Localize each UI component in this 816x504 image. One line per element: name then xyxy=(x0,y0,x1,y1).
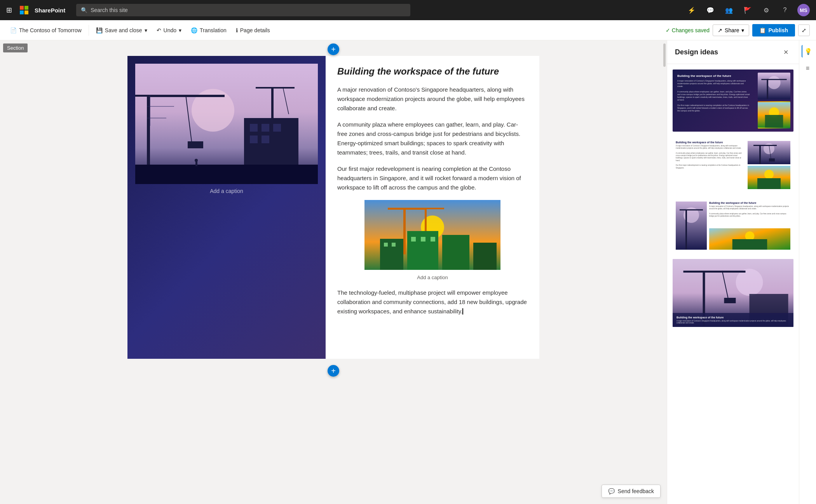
dc4-body: A major renovation of Contoso's Singapor… xyxy=(677,320,790,324)
svg-rect-0 xyxy=(20,6,24,10)
svg-rect-2 xyxy=(20,10,24,14)
dc3-right: Building the workspace of the future A m… xyxy=(709,202,790,250)
nav-icon-question[interactable]: ? xyxy=(779,4,791,16)
canvas-area: Section + ✥ ⧉ 🗑 xyxy=(0,40,667,504)
search-icon: 🔍 xyxy=(81,7,87,13)
nav-icon-help[interactable]: ⚡ xyxy=(685,4,698,16)
design-panel-close-button[interactable]: ✕ xyxy=(780,47,791,57)
save-close-label: Save and close xyxy=(105,27,142,33)
page-title-label: The Contoso of Tomorrow xyxy=(19,27,82,33)
svg-rect-40 xyxy=(431,237,435,242)
rail-settings-icon[interactable]: ≡ xyxy=(802,62,814,75)
send-feedback-button[interactable]: 💬 Send feedback xyxy=(602,485,661,498)
add-section-top: + xyxy=(328,43,339,55)
dc3-image-b xyxy=(709,228,790,250)
svg-rect-28 xyxy=(403,208,406,254)
svg-rect-16 xyxy=(262,136,269,143)
svg-rect-13 xyxy=(262,124,269,132)
undo-button[interactable]: ↶ Undo ▾ xyxy=(153,25,185,36)
design-cards-list: Building the workspace of the future A m… xyxy=(667,64,799,504)
svg-rect-39 xyxy=(421,237,425,242)
dc3-text: Building the workspace of the future A m… xyxy=(709,202,790,227)
nav-icon-flag[interactable]: 🚩 xyxy=(741,4,754,16)
page-details-icon: ℹ xyxy=(236,27,238,33)
canvas-scrollbar[interactable] xyxy=(662,40,667,504)
top-navigation: ⊞ SharePoint 🔍 Search this site ⚡ 💬 👥 🚩 … xyxy=(0,0,816,20)
waffle-icon[interactable]: ⊞ xyxy=(6,6,12,14)
page-wrapper: ✥ ⧉ 🗑 No spacing ▾ xyxy=(127,56,539,383)
svg-rect-56 xyxy=(757,178,781,189)
scrollbar-thumb xyxy=(663,43,666,67)
svg-point-25 xyxy=(195,159,198,162)
article-para-2: A community plaza where employees can ga… xyxy=(337,120,528,157)
svg-rect-31 xyxy=(411,208,444,209)
left-image-caption[interactable]: Add a caption xyxy=(135,188,318,194)
section-label: Section xyxy=(3,43,28,52)
page-details-button[interactable]: ℹ Page details xyxy=(232,25,274,36)
design-card-1-inner: Building the workspace of the future A m… xyxy=(673,70,793,132)
svg-rect-17 xyxy=(271,87,274,118)
article-title: Building the workspace of the future xyxy=(337,65,528,77)
svg-rect-37 xyxy=(392,243,396,247)
side-rail: 💡 ≡ xyxy=(799,40,816,504)
changes-saved-label: Changes saved xyxy=(672,27,710,33)
toolbar-left: 📄 The Contoso of Tomorrow 💾 Save and clo… xyxy=(6,25,663,36)
design-card-2-inner: Building the workspace of the future A m… xyxy=(673,138,793,192)
expand-button[interactable]: ⤢ xyxy=(798,24,810,36)
svg-rect-69 xyxy=(724,298,736,303)
svg-rect-51 xyxy=(753,145,777,146)
undo-chevron: ▾ xyxy=(179,27,181,33)
page-icon: 📄 xyxy=(10,27,17,33)
design-card-4[interactable]: Building the workspace of the future A m… xyxy=(672,258,794,328)
svg-rect-34 xyxy=(442,235,469,270)
svg-rect-12 xyxy=(250,124,258,132)
svg-rect-20 xyxy=(135,165,318,184)
search-box[interactable]: 🔍 Search this site xyxy=(76,4,410,16)
svg-rect-67 xyxy=(683,271,746,273)
translation-label: Translation xyxy=(200,27,227,33)
design-card-1[interactable]: Building the workspace of the future A m… xyxy=(672,69,794,132)
main-area: Section + ✥ ⧉ 🗑 xyxy=(0,40,816,504)
svg-rect-59 xyxy=(685,209,687,250)
svg-rect-38 xyxy=(411,237,416,242)
nav-icon-settings[interactable]: ⚙ xyxy=(760,4,772,16)
article-image-caption[interactable]: Add a caption xyxy=(337,275,528,280)
design-card-2[interactable]: Building the workspace of the future A m… xyxy=(672,137,794,193)
expand-icon: ⤢ xyxy=(802,27,806,33)
page-section: Add a caption Building the workspace of … xyxy=(127,56,539,359)
main-construction-image xyxy=(135,64,318,184)
rail-design-ideas-icon[interactable]: 💡 xyxy=(802,45,814,57)
article-para-1: A major renovation of Contoso's Singapor… xyxy=(337,85,528,113)
changes-saved: ✓ Changes saved xyxy=(666,27,710,33)
nav-icon-share[interactable]: 👥 xyxy=(723,4,735,16)
dc1-images xyxy=(755,70,793,132)
save-close-button[interactable]: 💾 Save and close ▾ xyxy=(92,25,151,36)
user-avatar[interactable]: MS xyxy=(797,4,810,16)
add-section-bottom-button[interactable]: + xyxy=(328,365,339,377)
dc2-body: A major renovation of Contoso's Singapor… xyxy=(676,145,745,169)
dc3-body: A major renovation of Contoso's Singapor… xyxy=(709,205,790,217)
svg-rect-24 xyxy=(195,162,197,166)
translation-button[interactable]: 🌐 Translation xyxy=(187,25,230,36)
svg-point-55 xyxy=(764,170,774,179)
svg-rect-35 xyxy=(473,243,497,270)
svg-rect-50 xyxy=(759,145,761,164)
article-construction-image xyxy=(364,200,500,270)
nav-icon-chat[interactable]: 💬 xyxy=(704,4,717,16)
toolbar-divider-1 xyxy=(89,25,89,36)
page-title-btn[interactable]: 📄 The Contoso of Tomorrow xyxy=(6,25,85,36)
add-section-top-button[interactable]: + xyxy=(328,43,339,55)
svg-rect-15 xyxy=(250,136,258,143)
publish-button[interactable]: 📋 Publish xyxy=(752,24,795,36)
share-button[interactable]: ↗ Share ▾ xyxy=(713,24,749,36)
svg-rect-14 xyxy=(273,124,281,132)
article-image-container: Add a caption xyxy=(337,200,528,280)
dc3-title: Building the workspace of the future xyxy=(709,202,790,204)
svg-rect-10 xyxy=(188,141,203,148)
dc2-images xyxy=(748,141,790,189)
design-panel-header: Design ideas ✕ xyxy=(667,40,799,64)
design-card-3[interactable]: Building the workspace of the future A m… xyxy=(672,198,794,254)
svg-rect-43 xyxy=(767,79,768,99)
design-panel-title: Design ideas xyxy=(675,48,718,56)
dc4-title: Building the workspace of the future xyxy=(677,316,790,319)
